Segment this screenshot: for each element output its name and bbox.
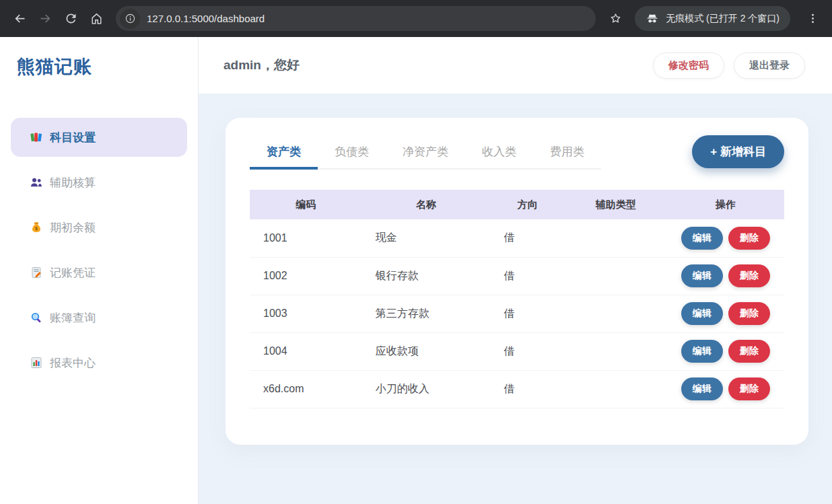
refresh-button[interactable]: [58, 6, 83, 32]
incognito-label: 无痕模式 (已打开 2 个窗口): [666, 13, 779, 25]
delete-button[interactable]: 删除: [728, 264, 770, 287]
users-icon: [30, 176, 43, 189]
tabs-row: 资产类负债类净资产类收入类费用类 + 新增科目: [250, 134, 784, 170]
cell-aux-type: [565, 257, 666, 295]
sidebar-nav: 科目设置辅助核算$期初余额记账凭证账簿查询报表中心: [0, 118, 198, 382]
cell-direction: 借: [490, 219, 565, 257]
cell-aux-type: [565, 332, 666, 370]
edit-button[interactable]: 编辑: [681, 302, 723, 325]
cell-direction: 借: [490, 370, 565, 408]
money-bag-icon: $: [30, 221, 43, 234]
sidebar-item-aux-accounting[interactable]: 辅助核算: [11, 163, 187, 202]
edit-button[interactable]: 编辑: [681, 377, 723, 400]
content: 资产类负债类净资产类收入类费用类 + 新增科目 编码名称方向辅助类型操作 100…: [199, 94, 832, 445]
table-body: 1001现金借编辑删除1002银行存款借编辑删除1003第三方存款借编辑删除10…: [250, 219, 784, 408]
cell-name: 第三方存款: [362, 295, 491, 332]
site-info-icon[interactable]: [120, 9, 140, 29]
browser-toolbar: 127.0.0.1:5000/dashboard 无痕模式 (已打开 2 个窗口…: [0, 0, 832, 37]
cell-actions: 编辑删除: [666, 219, 784, 257]
sidebar-item-voucher[interactable]: 记账凭证: [11, 253, 187, 292]
app-title: 熊猫记账: [17, 55, 198, 79]
memo-icon: [30, 266, 43, 279]
delete-button[interactable]: 删除: [728, 302, 770, 325]
tab-expense[interactable]: 费用类: [533, 134, 601, 170]
chart-icon: [30, 356, 43, 369]
logout-button[interactable]: 退出登录: [734, 52, 805, 79]
cell-direction: 借: [490, 295, 565, 332]
delete-button[interactable]: 删除: [728, 340, 770, 363]
add-subject-button[interactable]: + 新增科目: [692, 135, 784, 168]
cell-aux-type: [565, 219, 666, 257]
user-greeting: admin，您好: [223, 57, 300, 74]
sidebar: 熊猫记账 科目设置辅助核算$期初余额记账凭证账簿查询报表中心: [0, 37, 199, 504]
cell-name: 现金: [362, 219, 491, 257]
tab-liabilities[interactable]: 负债类: [318, 134, 386, 170]
cell-direction: 借: [490, 257, 565, 295]
change-password-button[interactable]: 修改密码: [653, 52, 724, 79]
cell-aux-type: [565, 295, 666, 332]
forward-arrow-icon: [38, 11, 53, 26]
home-icon: [90, 11, 104, 26]
sidebar-item-opening-balance[interactable]: $期初余额: [11, 208, 187, 247]
sidebar-item-subject-settings[interactable]: 科目设置: [11, 118, 187, 157]
sidebar-item-label: 账簿查询: [50, 310, 96, 326]
cell-actions: 编辑删除: [666, 257, 784, 295]
cell-name: 银行存款: [362, 257, 491, 295]
svg-text:$: $: [35, 226, 38, 231]
tab-net-assets[interactable]: 净资产类: [386, 134, 465, 170]
cell-name: 小刀的收入: [362, 370, 491, 408]
table-row: 1001现金借编辑删除: [250, 219, 784, 257]
column-header: 方向: [490, 190, 565, 219]
cell-actions: 编辑删除: [666, 370, 784, 408]
sidebar-item-label: 科目设置: [50, 130, 96, 145]
cell-code: 1002: [250, 257, 362, 295]
delete-button[interactable]: 删除: [728, 227, 770, 250]
cell-aux-type: [565, 370, 666, 408]
browser-menu-button[interactable]: [800, 6, 825, 32]
edit-button[interactable]: 编辑: [681, 227, 723, 250]
table-row: x6d.com小刀的收入借编辑删除: [250, 370, 784, 408]
sidebar-item-label: 记账凭证: [50, 265, 96, 281]
address-bar[interactable]: 127.0.0.1:5000/dashboard: [116, 6, 596, 31]
refresh-icon: [64, 11, 78, 26]
column-header: 辅助类型: [565, 190, 666, 219]
books-icon: [30, 131, 43, 144]
topbar: admin，您好 修改密码 退出登录: [199, 37, 832, 94]
cell-actions: 编辑删除: [666, 295, 784, 332]
back-button[interactable]: [7, 6, 32, 32]
home-button[interactable]: [83, 6, 109, 32]
incognito-badge[interactable]: 无痕模式 (已打开 2 个窗口): [635, 6, 790, 31]
tab-income[interactable]: 收入类: [465, 134, 533, 170]
bookmark-button[interactable]: [602, 6, 628, 32]
search-icon: [30, 311, 43, 324]
table-row: 1002银行存款借编辑删除: [250, 257, 784, 295]
tab-bar: 资产类负债类净资产类收入类费用类: [250, 134, 601, 170]
forward-button[interactable]: [32, 6, 58, 32]
table-header-row: 编码名称方向辅助类型操作: [250, 190, 784, 219]
table-row: 1003第三方存款借编辑删除: [250, 295, 784, 332]
delete-button[interactable]: 删除: [728, 377, 770, 400]
column-header: 编码: [250, 190, 362, 219]
subjects-card: 资产类负债类净资产类收入类费用类 + 新增科目 编码名称方向辅助类型操作 100…: [226, 118, 808, 445]
kebab-menu-icon: [806, 11, 820, 26]
sidebar-item-label: 辅助核算: [50, 175, 96, 190]
tab-assets[interactable]: 资产类: [250, 134, 318, 170]
sidebar-item-ledger-query[interactable]: 账簿查询: [11, 298, 187, 337]
edit-button[interactable]: 编辑: [681, 264, 723, 287]
edit-button[interactable]: 编辑: [681, 340, 723, 363]
sidebar-item-label: 报表中心: [50, 355, 96, 371]
subjects-table: 编码名称方向辅助类型操作 1001现金借编辑删除1002银行存款借编辑删除100…: [250, 190, 784, 408]
star-icon: [609, 11, 623, 26]
cell-direction: 借: [490, 332, 565, 370]
sidebar-item-report-center[interactable]: 报表中心: [11, 343, 187, 382]
app-window: 熊猫记账 科目设置辅助核算$期初余额记账凭证账簿查询报表中心 admin，您好 …: [0, 37, 832, 504]
main-area: admin，您好 修改密码 退出登录 资产类负债类净资产类收入类费用类 + 新增…: [199, 37, 832, 504]
back-arrow-icon: [13, 11, 27, 26]
table-row: 1004应收款项借编辑删除: [250, 332, 784, 370]
cell-code: 1004: [250, 332, 362, 370]
cell-code: x6d.com: [250, 370, 362, 408]
topbar-actions: 修改密码 退出登录: [653, 52, 805, 79]
column-header: 操作: [666, 190, 784, 219]
url-text[interactable]: 127.0.0.1:5000/dashboard: [147, 13, 265, 24]
cell-code: 1003: [250, 295, 362, 332]
